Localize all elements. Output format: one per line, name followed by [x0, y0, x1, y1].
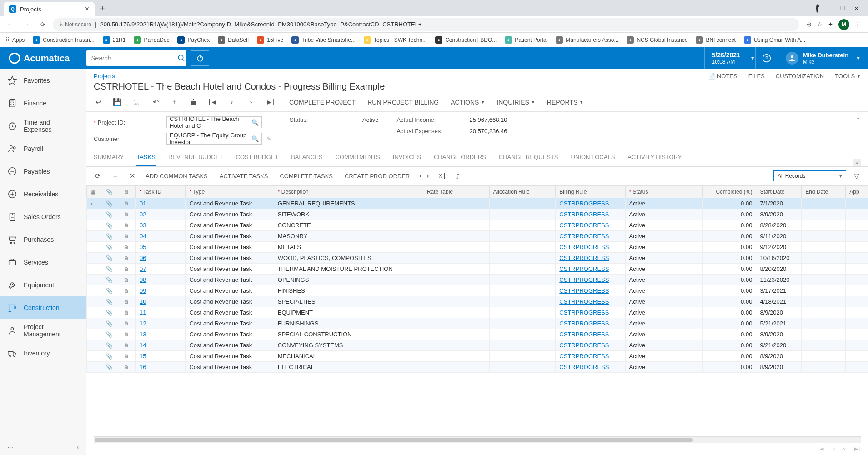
project-id-input[interactable]: CSTRHOTEL - The Beach Hotel and C 🔍	[166, 116, 262, 128]
new-tab-button[interactable]: +	[95, 4, 110, 13]
filter-icon[interactable]: ▽	[853, 172, 861, 180]
bookmark-item[interactable]: ●BNI connect	[696, 36, 735, 44]
extensions-icon[interactable]: ✦	[828, 21, 833, 28]
billing-rule-link[interactable]: CSTRPROGRESS	[559, 233, 609, 240]
column-header[interactable]: Completed (%)	[702, 186, 756, 198]
note-icon[interactable]: 🗎	[124, 277, 129, 283]
sidebar-item-purchases[interactable]: Purchases	[0, 228, 86, 251]
attachment-icon[interactable]: 📎	[106, 233, 113, 240]
table-row[interactable]: 📎 🗎 10 Cost and Revenue Task SPECIALTIES…	[87, 296, 868, 307]
column-header[interactable]: Start Date	[756, 186, 802, 198]
close-window-icon[interactable]: ✕	[854, 5, 859, 12]
more-tabs-icon[interactable]: »	[853, 159, 861, 166]
task-id-link[interactable]: 01	[140, 200, 146, 207]
bookmark-item[interactable]: ●Construction | BDO...	[435, 36, 497, 44]
bookmark-item[interactable]: ●Manufacturers Asso...	[556, 36, 618, 44]
first-page-icon[interactable]: I◄	[817, 445, 824, 452]
url-input[interactable]: ⚠ Not secure | 209.59.176.9/2021R1/(W(18…	[53, 18, 799, 31]
bookmark-item[interactable]: ●21R1	[103, 36, 126, 44]
activate-tasks-button[interactable]: ACTIVATE TASKS	[220, 173, 268, 180]
more-icon[interactable]: ⋯	[7, 444, 13, 450]
table-row[interactable]: 📎 🗎 06 Cost and Revenue Task WOOD, PLAST…	[87, 253, 868, 264]
sidebar-item-receivables[interactable]: Receivables	[0, 183, 86, 205]
column-header[interactable]: App	[846, 186, 868, 198]
table-row[interactable]: 📎 🗎 07 Cost and Revenue Task THERMAL AND…	[87, 264, 868, 275]
save-close-icon[interactable]: 🗂	[132, 98, 141, 106]
table-row[interactable]: › 📎 🗎 01 Cost and Revenue Task GENERAL R…	[87, 198, 868, 209]
column-header[interactable]: * Description	[274, 186, 423, 198]
column-header[interactable]: ▦	[87, 186, 102, 198]
note-icon[interactable]: 🗎	[124, 244, 129, 250]
tab-tasks[interactable]: TASKS	[136, 149, 156, 166]
bookmark-item[interactable]: ●PandaDoc	[134, 36, 169, 44]
complete-tasks-button[interactable]: COMPLETE TASKS	[280, 173, 333, 180]
note-icon[interactable]: 🗎	[124, 255, 129, 261]
note-icon[interactable]: 🗎	[124, 266, 129, 272]
tab-revenue-budget[interactable]: REVENUE BUDGET	[168, 149, 223, 166]
sidebar-item-project-management[interactable]: Project Management	[0, 319, 86, 342]
note-icon[interactable]: 🗎	[124, 211, 129, 218]
fit-columns-icon[interactable]: ⟷	[419, 172, 427, 180]
reload-button[interactable]: ⟳	[36, 18, 49, 31]
bookmark-item[interactable]: ●Construction Instan...	[33, 36, 94, 44]
note-icon[interactable]: 🗎	[124, 353, 129, 360]
actions-button[interactable]: ACTIONS ▼	[451, 99, 485, 106]
billing-rule-link[interactable]: CSTRPROGRESS	[559, 298, 609, 305]
column-header[interactable]: * Status	[625, 186, 702, 198]
attachment-icon[interactable]: 📎	[106, 310, 113, 316]
zoom-icon[interactable]: ⊕	[807, 21, 812, 28]
billing-rule-link[interactable]: CSTRPROGRESS	[559, 342, 609, 349]
edit-icon[interactable]: ✎	[266, 135, 271, 142]
column-header[interactable]: End Date	[802, 186, 846, 198]
bookmark-star-icon[interactable]: ☆	[817, 21, 823, 28]
table-row[interactable]: 📎 🗎 08 Cost and Revenue Task OPENINGS CS…	[87, 275, 868, 285]
bookmark-item[interactable]: ●Patient Portal	[505, 36, 547, 44]
next-record-icon[interactable]: ›	[246, 98, 256, 106]
attachment-icon[interactable]: 📎	[106, 320, 113, 327]
billing-rule-link[interactable]: CSTRPROGRESS	[559, 211, 609, 218]
sidebar-item-finance[interactable]: Finance	[0, 92, 86, 115]
upload-icon[interactable]: ⤴	[454, 172, 462, 180]
search-input[interactable]	[86, 55, 176, 62]
column-header[interactable]: Billing Rule	[556, 186, 625, 198]
billing-rule-link[interactable]: CSTRPROGRESS	[559, 265, 609, 272]
sidebar-item-payables[interactable]: Payables	[0, 160, 86, 183]
note-icon[interactable]: 🗎	[124, 320, 129, 327]
back-arrow-icon[interactable]: ↩	[94, 98, 103, 106]
table-row[interactable]: 📎 🗎 04 Cost and Revenue Task MASONRY CST…	[87, 231, 868, 242]
back-button[interactable]: ←	[4, 18, 16, 31]
reports-button[interactable]: REPORTS ▼	[547, 99, 583, 106]
sidebar-item-equipment[interactable]: Equipment	[0, 274, 86, 296]
billing-rule-link[interactable]: CSTRPROGRESS	[559, 331, 609, 338]
attachment-icon[interactable]: 📎	[106, 342, 113, 349]
chevron-down-icon[interactable]: ▼	[748, 55, 755, 61]
column-header[interactable]: Rate Table	[423, 186, 489, 198]
apps-button[interactable]: ⠿ Apps	[5, 37, 25, 43]
attachment-icon[interactable]: 📎	[106, 277, 113, 283]
table-row[interactable]: 📎 🗎 13 Cost and Revenue Task SPECIAL CON…	[87, 329, 868, 340]
delete-icon[interactable]: 🗑	[189, 98, 198, 106]
attachment-icon[interactable]: 📎	[106, 331, 113, 338]
bookmark-item[interactable]: ●Tribe Vibe Smartshe...	[291, 36, 356, 44]
column-header[interactable]: 🗎	[120, 186, 135, 198]
last-page-icon[interactable]: ►I	[853, 445, 861, 452]
next-page-icon[interactable]: ›	[843, 445, 845, 452]
attachment-icon[interactable]: 📎	[106, 244, 113, 250]
column-header[interactable]: * Task ID	[136, 186, 186, 198]
forward-button[interactable]: →	[20, 18, 33, 31]
menu-icon[interactable]: ⋮	[855, 21, 861, 28]
sidebar-item-payroll[interactable]: Payroll	[0, 137, 86, 160]
tools-action[interactable]: TOOLS ▼	[835, 73, 861, 80]
billing-rule-link[interactable]: CSTRPROGRESS	[559, 287, 609, 294]
bookmark-item[interactable]: ●Topics - SWK Techn...	[364, 36, 427, 44]
task-id-link[interactable]: 11	[140, 309, 146, 316]
add-common-tasks-button[interactable]: ADD COMMON TASKS	[146, 173, 208, 180]
table-row[interactable]: 📎 🗎 16 Cost and Revenue Task ELECTRICAL …	[87, 362, 868, 373]
task-id-link[interactable]: 12	[140, 320, 146, 327]
sidebar-item-inventory[interactable]: Inventory	[0, 342, 86, 365]
table-row[interactable]: 📎 🗎 03 Cost and Revenue Task CONCRETE CS…	[87, 220, 868, 231]
task-id-link[interactable]: 08	[140, 276, 146, 283]
task-id-link[interactable]: 10	[140, 298, 146, 305]
help-button[interactable]: ?	[755, 47, 778, 69]
delete-row-icon[interactable]: ✕	[128, 172, 136, 180]
